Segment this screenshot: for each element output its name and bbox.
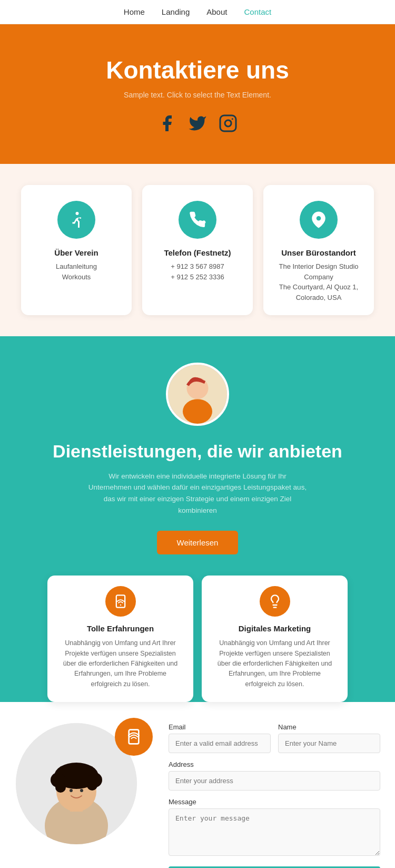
name-label: Name: [278, 723, 380, 731]
svg-point-21: [80, 789, 83, 792]
message-textarea[interactable]: [169, 808, 380, 856]
hero-section: Kontaktiere uns Sample text. Click to se…: [0, 24, 395, 164]
card-erfahrungen-desc: Unabhängig von Umfang und Art Ihrer Proj…: [59, 638, 182, 689]
address-group: Address: [169, 760, 380, 791]
svg-point-19: [87, 780, 97, 791]
contact-form: Email Name Address Message EINREICHEN Bi…: [169, 723, 380, 868]
svg-point-5: [183, 399, 212, 424]
contact-section: Email Name Address Message EINREICHEN Bi…: [0, 681, 395, 868]
services-section: Dienstleistungen, die wir anbieten Wir e…: [0, 336, 395, 702]
email-input[interactable]: [169, 734, 271, 753]
card-marketing-desc: Unabhängig von Umfang und Art Ihrer Proj…: [213, 638, 336, 689]
name-group: Name: [278, 723, 380, 753]
email-name-row: Email Name: [169, 723, 380, 753]
info-card-location: Unser Bürostandort The Interior Design S…: [263, 185, 374, 315]
nav-landing[interactable]: Landing: [162, 7, 190, 16]
avatar-circle: [166, 363, 229, 426]
service-cards: Tolle Erfahrungen Unabhängig von Umfang …: [32, 576, 363, 702]
bulb-icon-circle: [260, 586, 290, 617]
service-card-erfahrungen: Tolle Erfahrungen Unabhängig von Umfang …: [47, 576, 193, 702]
nav-contact[interactable]: Contact: [244, 7, 271, 16]
email-label: Email: [169, 723, 271, 731]
svg-point-2: [76, 212, 79, 215]
social-icons: [21, 114, 374, 138]
email-group: Email: [169, 723, 271, 753]
services-description: Wir entwickeln eine individuelle integri…: [87, 471, 308, 516]
hero-subtitle: Sample text. Click to select the Text El…: [21, 91, 374, 99]
twitter-icon[interactable]: [188, 114, 207, 138]
card1-content: LaufanleitungWorkouts: [56, 261, 97, 282]
location-icon-circle: [300, 201, 338, 239]
info-card-verein: Über Verein LaufanleitungWorkouts: [21, 185, 132, 315]
card-marketing-title: Digitales Marketing: [213, 624, 336, 633]
svg-point-18: [55, 782, 66, 793]
card2-content: + 912 3 567 8987+ 912 5 252 3336: [171, 261, 224, 282]
message-label: Message: [169, 798, 380, 806]
hero-title: Kontaktiere uns: [21, 56, 374, 84]
card2-title: Telefon (Festnetz): [164, 248, 231, 257]
services-title: Dienstleistungen, die wir anbieten: [32, 441, 363, 462]
info-card-telefon: Telefon (Festnetz) + 912 3 567 8987+ 912…: [142, 185, 253, 315]
nav-home[interactable]: Home: [124, 7, 145, 16]
address-input[interactable]: [169, 771, 380, 791]
runner-icon-circle: [57, 201, 95, 239]
service-card-marketing: Digitales Marketing Unabhängig von Umfan…: [202, 576, 348, 702]
mobile-icon-circle: [105, 586, 136, 617]
message-group: Message: [169, 798, 380, 856]
card-erfahrungen-title: Tolle Erfahrungen: [59, 624, 182, 633]
info-section: Über Verein LaufanleitungWorkouts Telefo…: [0, 164, 395, 336]
weiterlesen-button[interactable]: Weiterlesen: [157, 531, 239, 554]
address-label: Address: [169, 760, 380, 768]
facebook-icon[interactable]: [157, 114, 176, 138]
phone-float-icon: [115, 718, 153, 756]
nav-about[interactable]: About: [206, 7, 227, 16]
svg-point-3: [317, 216, 321, 221]
name-input[interactable]: [278, 734, 380, 753]
contact-left: [16, 723, 153, 844]
svg-point-20: [70, 789, 73, 792]
card1-title: Über Verein: [54, 248, 98, 257]
phone-icon-circle: [179, 201, 216, 239]
card3-title: Unser Bürostandort: [281, 248, 356, 257]
instagram-icon[interactable]: [219, 114, 238, 138]
svg-rect-0: [220, 115, 236, 131]
card3-content: The Interior Design Studio CompanyThe Co…: [274, 261, 363, 303]
navigation: Home Landing About Contact: [0, 0, 395, 24]
